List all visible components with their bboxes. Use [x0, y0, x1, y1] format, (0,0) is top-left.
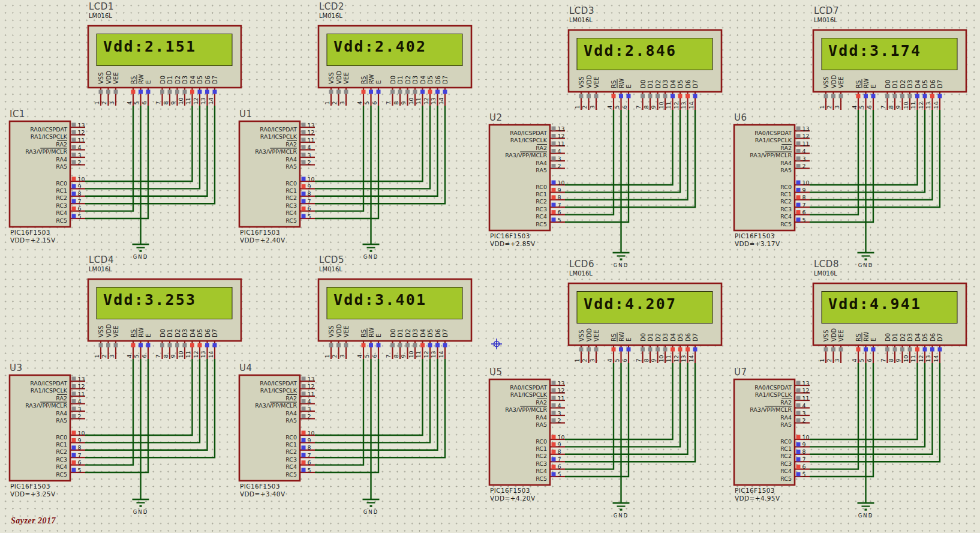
wire-rc0[interactable]: [565, 363, 673, 439]
gnd-symbol[interactable]: GND: [858, 503, 874, 519]
wire-rc2[interactable]: [85, 106, 208, 196]
lcd-ref-label: LCD4: [89, 254, 114, 265]
wire-rc2[interactable]: [565, 110, 688, 200]
gnd-symbol[interactable]: GND: [363, 499, 380, 515]
lcd-pin-square: [627, 94, 631, 98]
wire-rc4[interactable]: [85, 106, 133, 211]
wire-rc1[interactable]: [315, 359, 430, 442]
lcd-pin-square: [443, 343, 447, 348]
wire-rc1[interactable]: [85, 106, 200, 188]
wire-rc5[interactable]: [565, 363, 629, 477]
lcd-display-text: Vdd:2.846: [584, 42, 677, 59]
wire-rc1[interactable]: [565, 110, 680, 192]
chip-pin-number: 6: [802, 209, 806, 215]
lcd-pin-number: 11: [185, 97, 191, 104]
lcd-pin-square: [183, 343, 187, 348]
gnd-symbol[interactable]: GND: [133, 244, 149, 260]
chip-pin-number: 8: [308, 190, 311, 197]
wire-rc5[interactable]: [315, 359, 378, 472]
lcd-pin-number: 12: [423, 97, 429, 104]
lcd-pin-square: [428, 90, 432, 94]
chip-pin-square: [796, 403, 801, 408]
gnd-symbol[interactable]: GND: [133, 499, 149, 515]
wire-rc4[interactable]: [565, 110, 614, 215]
wire-rc1[interactable]: [315, 106, 430, 188]
wire-rc0[interactable]: [810, 363, 918, 439]
chip-pin-square: [302, 184, 306, 188]
wire-rc5[interactable]: [565, 110, 629, 222]
lcd-pin-square: [938, 348, 942, 352]
chip-pin-square: [552, 472, 556, 477]
lcd-pin-number: 1: [819, 358, 825, 362]
lcd-pin-number: 7: [385, 354, 392, 358]
chip-U5: U513RA0/ICSPDAT12RA1/ICSPCLK11RA24RA3/VP…: [489, 367, 565, 502]
chip-pin-number: 5: [308, 213, 311, 220]
wire-rc1[interactable]: [565, 363, 680, 447]
wire-rc1[interactable]: [810, 363, 925, 447]
lcd-pin-number: 9: [170, 101, 176, 104]
lcd-pin-number: 12: [193, 351, 199, 358]
lcd-pin-name: RW: [138, 74, 145, 84]
chip-pin-number: 13: [802, 125, 810, 132]
chip-pin-square: [552, 127, 556, 131]
wire-rc4[interactable]: [565, 363, 614, 469]
wire-rc2[interactable]: [565, 363, 688, 454]
chip-pin-number: 12: [802, 133, 810, 139]
wire-rc0[interactable]: [810, 110, 918, 185]
lcd-pin-number: 5: [858, 105, 865, 109]
wire-rc2[interactable]: [315, 106, 438, 196]
chip-pin-square: [796, 157, 801, 161]
chip-pin-number: 12: [308, 383, 315, 390]
wire-rc2[interactable]: [85, 359, 208, 450]
wire-rc0[interactable]: [565, 110, 673, 185]
wire-rc4[interactable]: [85, 359, 133, 465]
chip-pin-name: RC5: [56, 217, 67, 224]
lcd-pin-square: [900, 348, 904, 352]
chip-pin-number: 11: [558, 140, 565, 147]
lcd-pin-number: 9: [895, 358, 901, 362]
chip-pin-name: RA1/ICSPCLK: [31, 133, 68, 140]
gnd-symbol[interactable]: GND: [613, 253, 630, 268]
wire-rc5[interactable]: [810, 363, 873, 477]
wire-rc5[interactable]: [810, 110, 873, 222]
chip-pin-square: [302, 199, 306, 203]
chip-pin-name: RA0/ICSPDAT: [754, 130, 792, 136]
lcd-pin-number: 10: [903, 101, 909, 109]
chip-pin-square: [552, 181, 556, 185]
lcd-LCD3: LCD3LM016LVdd:2.846VSS1VDD2VEE3RS4RW5E6D…: [569, 5, 722, 110]
wire-rc0[interactable]: [315, 359, 423, 435]
gnd-symbol[interactable]: GND: [613, 503, 630, 519]
lcd-pin-number: 11: [910, 101, 916, 109]
wire-rc4[interactable]: [810, 363, 858, 469]
wire-rc0[interactable]: [85, 359, 193, 435]
chip-pin-name: RC2: [536, 198, 547, 205]
wire-rc5[interactable]: [85, 359, 148, 472]
wire-rc2[interactable]: [810, 110, 933, 200]
wire-rc1[interactable]: [810, 110, 925, 192]
schematic-canvas[interactable]: GNDIC113RA0/ICSPDAT12RA1/ICSPCLK11RA24RA…: [0, 0, 980, 533]
wire-rc1[interactable]: [85, 359, 200, 442]
wire-rc4[interactable]: [315, 359, 363, 465]
chip-pin-square: [72, 453, 76, 457]
wire-rc2[interactable]: [315, 359, 438, 450]
chip-pin-square: [72, 431, 76, 435]
lcd-pin-square: [619, 348, 623, 352]
wire-rc4[interactable]: [315, 106, 363, 211]
wire-rc0[interactable]: [315, 106, 423, 181]
wire-rc4[interactable]: [810, 110, 858, 215]
lcd-pin-name: D6: [205, 76, 211, 84]
gnd-symbol[interactable]: GND: [363, 244, 380, 260]
lcd-pin-square: [377, 343, 381, 348]
chip-pin-square: [302, 468, 306, 472]
chip-pin-name: RC3: [285, 202, 297, 209]
chip-ref-label: U7: [734, 367, 747, 378]
wire-rc5[interactable]: [315, 106, 378, 218]
wire-rc0[interactable]: [85, 106, 193, 181]
gnd-label: GND: [133, 254, 149, 260]
gnd-symbol[interactable]: GND: [858, 253, 874, 268]
gnd-label: GND: [363, 509, 379, 515]
chip-pin-number: 9: [308, 437, 311, 444]
wire-rc2[interactable]: [810, 363, 933, 454]
chip-pin-name: RC1: [285, 187, 297, 194]
wire-rc5[interactable]: [85, 106, 148, 218]
